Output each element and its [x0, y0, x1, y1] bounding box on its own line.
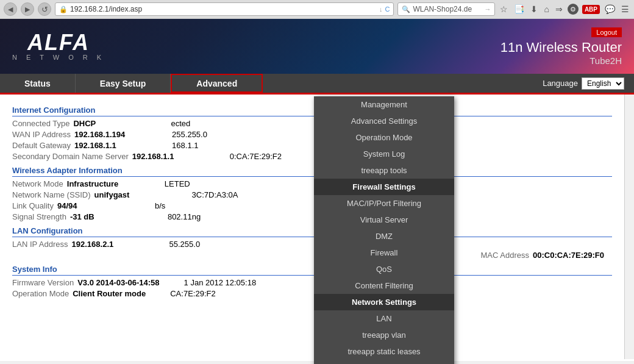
- logout-button[interactable]: Logout: [591, 27, 622, 37]
- browser-chrome: ◀ ▶ ↺ 🔒 192.168.2.1/index.asp ↓ C 🔍 WLAN…: [0, 0, 634, 19]
- alfa-text: ALFA: [27, 32, 90, 54]
- chat-icon[interactable]: 💬: [604, 3, 616, 15]
- address-bar[interactable]: 🔒 192.168.2.1/index.asp ↓ C: [55, 2, 394, 16]
- forward-button[interactable]: ▶: [21, 2, 34, 16]
- router-page: ALFA N E T W O R K Logout 11n Wireless R…: [0, 19, 634, 361]
- dropdown-item[interactable]: treeapp tools: [314, 162, 454, 179]
- search-icon: 🔍: [402, 5, 410, 13]
- dropdown-item[interactable]: Management: [314, 96, 454, 113]
- dropdown-item[interactable]: DMZ: [314, 228, 454, 244]
- router-title-area: Logout 11n Wireless Router Tube2H: [500, 27, 622, 66]
- dns-value: 192.168.1.1: [132, 152, 205, 161]
- router-model: Tube2H: [500, 55, 622, 66]
- firmware-row: Firmware Version V3.0 2014-03-06-14:58 1…: [12, 278, 612, 287]
- lan-section-title: LAN Configuration: [12, 226, 612, 237]
- nav-status[interactable]: Status: [0, 74, 76, 93]
- dropdown-item[interactable]: IPv6: [314, 360, 454, 364]
- mac-row: MAC Address 00:C0:CA:7E:29:F0: [12, 251, 612, 260]
- signal-label: Signal Strength: [12, 212, 66, 221]
- op-mode-row: Operation Mode Client Router mode CA:7E:…: [12, 289, 612, 298]
- ssid-value: unifygast: [94, 190, 168, 199]
- wan-ip-value: 192.168.1.194: [74, 130, 148, 139]
- gateway-value: 192.168.1.1: [74, 141, 148, 150]
- nav-advanced[interactable]: Advanced: [171, 74, 263, 93]
- search-bar[interactable]: 🔍 WLAN-Shop24.de →: [397, 2, 495, 16]
- wireless-section-title: Wireless Adapter Information: [12, 166, 612, 177]
- abp-button[interactable]: ABP: [582, 5, 600, 14]
- op-mode-label: Operation Mode: [12, 289, 69, 298]
- dropdown-item[interactable]: Firewall: [314, 244, 454, 261]
- language-label: Language: [543, 79, 578, 88]
- nav-language: Language English: [533, 74, 634, 93]
- browser-icons: ☆ 📑 ⬇ ⌂ ⇒ ⚙ ABP 💬 ☰: [499, 3, 630, 15]
- main-content: Internet Configuration Connected Type DH…: [0, 95, 624, 359]
- nav-bar: Status Easy Setup Advanced Language Engl…: [0, 74, 634, 95]
- forward2-icon[interactable]: ⇒: [554, 3, 564, 15]
- gateway-row: Default Gateway 192.168.1.1 168.1.1: [12, 141, 612, 150]
- firmware-value: V3.0 2014-03-06-14:58: [77, 278, 159, 287]
- op-mode-value: Client Router mode: [73, 289, 146, 298]
- signal-row: Signal Strength -31 dB 802.11ng: [12, 212, 612, 221]
- dns-label: Secondary Domain Name Server: [12, 152, 129, 161]
- dropdown-item[interactable]: MAC/IP/Port Filtering: [314, 195, 454, 212]
- advanced-dropdown: ManagementAdvanced SettingsOperation Mod…: [314, 96, 454, 364]
- firmware-label: Firmware Version: [12, 278, 74, 287]
- dropdown-item[interactable]: Network Settings: [314, 294, 454, 310]
- network-mode-value: Infrastructure: [67, 179, 140, 188]
- dropdown-item[interactable]: Operation Mode: [314, 129, 454, 146]
- address-text: 192.168.2.1/index.asp: [70, 5, 377, 13]
- dropdown-item[interactable]: treeapp static leases: [314, 343, 454, 360]
- signal-value: -31 dB: [70, 212, 143, 221]
- connected-type-value: DHCP: [73, 119, 146, 128]
- settings-icon[interactable]: ⚙: [568, 4, 579, 15]
- router-header: ALFA N E T W O R K Logout 11n Wireless R…: [0, 19, 634, 74]
- language-select[interactable]: English: [582, 77, 624, 90]
- dropdown-item[interactable]: QoS: [314, 261, 454, 277]
- dropdown-item[interactable]: Virtual Server: [314, 212, 454, 228]
- dropdown-item[interactable]: treeapp vlan: [314, 327, 454, 343]
- connected-type-label: Connected Type: [12, 119, 69, 128]
- router-title: 11n Wireless Router: [500, 40, 622, 55]
- bookmark-icon[interactable]: 📑: [513, 3, 525, 15]
- download-icon[interactable]: ⬇: [529, 3, 539, 15]
- nav-easy-setup[interactable]: Easy Setup: [76, 74, 171, 93]
- mac-value: 00:C0:CA:7E:29:F0: [533, 251, 606, 260]
- browser-toolbar: ◀ ▶ ↺ 🔒 192.168.2.1/index.asp ↓ C 🔍 WLAN…: [0, 0, 634, 18]
- network-mode-row: Network Mode Infrastructure LETED: [12, 179, 612, 188]
- wan-ip-label: WAN IP Address: [12, 130, 71, 139]
- lan-ip-row: LAN IP Address 192.168.2.1 55.255.0: [12, 240, 612, 249]
- connected-type-row: Connected Type DHCP ected: [12, 119, 612, 128]
- mac-label: MAC Address: [481, 251, 529, 260]
- lan-ip-label: LAN IP Address: [12, 240, 68, 249]
- internet-section-title: Internet Configuration: [12, 105, 612, 116]
- gateway-label: Default Gateway: [12, 141, 71, 150]
- refresh-button[interactable]: ↺: [38, 2, 51, 16]
- search-text: WLAN-Shop24.de: [413, 5, 472, 13]
- system-section-title: System Info: [12, 265, 612, 276]
- quality-label: Link Quality: [12, 201, 54, 210]
- dropdown-item[interactable]: Firewall Settings: [314, 179, 454, 195]
- star-icon[interactable]: ☆: [499, 3, 509, 15]
- network-mode-label: Network Mode: [12, 179, 63, 188]
- lan-ip-value: 192.168.2.1: [72, 240, 145, 249]
- back-button[interactable]: ◀: [4, 2, 17, 16]
- dropdown-item[interactable]: Advanced Settings: [314, 113, 454, 129]
- dropdown-item[interactable]: LAN: [314, 310, 454, 327]
- quality-row: Link Quality 94/94 b/s: [12, 201, 612, 210]
- network-text: N E T W O R K: [12, 54, 105, 61]
- home-icon[interactable]: ⌂: [543, 3, 550, 15]
- alfa-logo: ALFA N E T W O R K: [12, 32, 105, 61]
- dropdown-item[interactable]: System Log: [314, 146, 454, 162]
- scrollbar[interactable]: [624, 95, 634, 359]
- menu-icon[interactable]: ☰: [620, 3, 630, 15]
- ssid-label: Network Name (SSID): [12, 190, 91, 199]
- dns-row: Secondary Domain Name Server 192.168.1.1…: [12, 152, 612, 161]
- dropdown-item[interactable]: Content Filtering: [314, 277, 454, 294]
- wan-ip-row: WAN IP Address 192.168.1.194 255.255.0: [12, 130, 612, 139]
- ssid-row: Network Name (SSID) unifygast 3C:7D:A3:0…: [12, 190, 612, 199]
- quality-value: 94/94: [57, 201, 130, 210]
